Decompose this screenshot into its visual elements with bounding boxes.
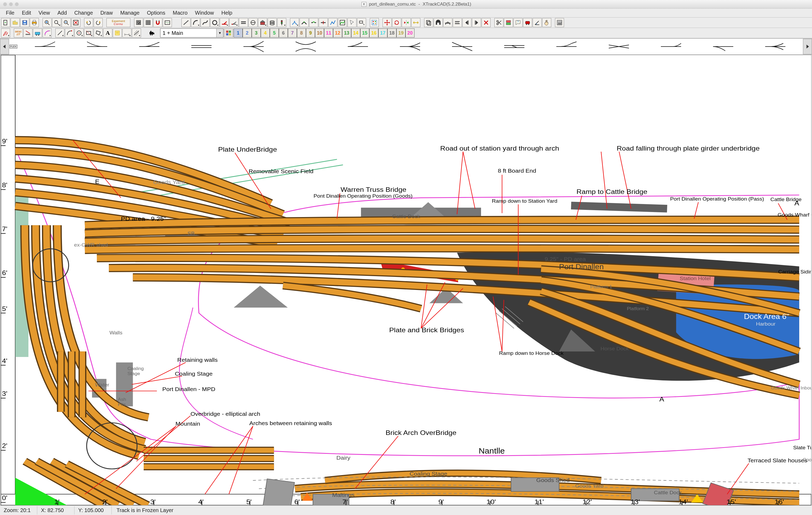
layer-button-13[interactable]: 13 — [342, 28, 351, 37]
select-all-button[interactable] — [370, 18, 379, 27]
menu-draw[interactable]: Draw — [96, 9, 117, 17]
draw-text-tool[interactable]: A — [103, 28, 112, 37]
new-file-button[interactable] — [1, 18, 10, 27]
hotbar-part-6[interactable] — [280, 40, 331, 53]
hotbar-part-15[interactable] — [750, 40, 801, 53]
background-tool[interactable] — [555, 18, 564, 27]
join-tracks-tool[interactable] — [299, 18, 309, 27]
draw-polygon-tool[interactable] — [94, 28, 103, 37]
hotbar-part-3[interactable] — [123, 40, 175, 53]
layer-button-15[interactable]: 15 — [360, 28, 369, 37]
draw-box-tool[interactable] — [84, 28, 93, 37]
flip-tool[interactable] — [402, 18, 411, 27]
hotbar-next-button[interactable] — [803, 39, 812, 54]
layer-button-17[interactable]: 17 — [378, 28, 387, 37]
snap-grid-toggle[interactable] — [134, 18, 143, 27]
draw-curve-tool[interactable] — [65, 28, 74, 37]
layer-button-16[interactable]: 16 — [369, 28, 378, 37]
modify-track-tool[interactable] — [290, 18, 299, 27]
minimize-window-dot[interactable] — [9, 2, 13, 6]
clipboard-copy[interactable] — [424, 18, 433, 27]
menu-file[interactable]: File — [2, 9, 18, 17]
layer-button-2[interactable]: 2 — [243, 28, 252, 37]
benchwork-tool[interactable] — [132, 28, 141, 37]
zoom-window-dot[interactable] — [15, 2, 19, 6]
map-toggle[interactable] — [163, 18, 172, 27]
cornu-track-tool[interactable] — [201, 18, 210, 27]
layer-button-14[interactable]: 14 — [351, 28, 360, 37]
dimension-tool[interactable] — [122, 28, 132, 37]
open-file-button[interactable] — [11, 18, 20, 27]
pan-tool[interactable] — [542, 18, 551, 27]
menu-view[interactable]: View — [35, 9, 54, 17]
menu-help[interactable]: Help — [218, 9, 236, 17]
menu-change[interactable]: Change — [70, 9, 96, 17]
hotbar-part-2[interactable] — [71, 40, 123, 53]
drawing-canvas[interactable]: 9'8'7'6'5'4'3'2'0'1'2'3'4'5'6'7'8'9'10'1… — [1, 55, 811, 506]
layer-button-20[interactable]: 20 — [405, 28, 414, 37]
layer-select-dropdown[interactable]: ▼ — [216, 29, 223, 37]
redo-button[interactable] — [94, 18, 103, 27]
helix-tool[interactable] — [268, 18, 277, 27]
profile-tool[interactable] — [338, 18, 347, 27]
menu-options[interactable]: Options — [143, 9, 169, 17]
hotbar-part-9[interactable] — [436, 40, 488, 53]
select-tool[interactable] — [347, 18, 356, 27]
elevation-tool[interactable] — [328, 18, 337, 27]
menu-macro[interactable]: Macro — [169, 9, 191, 17]
ruler-tool[interactable] — [42, 28, 52, 37]
magnet-toggle[interactable] — [153, 18, 162, 27]
flip-arrows-tool[interactable] — [411, 18, 420, 27]
delete-tool[interactable] — [482, 18, 491, 27]
save-file-button[interactable] — [20, 18, 29, 27]
layer-button-11[interactable]: 11 — [324, 28, 333, 37]
split-track-tool[interactable] — [319, 18, 328, 27]
hotbar-left-arrows[interactable] — [1, 28, 10, 37]
undo-button[interactable] — [84, 18, 93, 27]
layer-button-10[interactable]: 10 — [315, 28, 324, 37]
train-tool[interactable] — [523, 18, 532, 27]
menu-add[interactable]: Add — [54, 9, 71, 17]
hotbar-part-10[interactable] — [489, 40, 540, 53]
straight-track-tool[interactable] — [181, 18, 191, 27]
car-inventory-tool[interactable] — [33, 28, 42, 37]
describe-tool[interactable]: ? — [514, 18, 523, 27]
hotbar-part-13[interactable] — [645, 40, 697, 53]
handlaid-turnout-tool[interactable] — [229, 18, 238, 27]
layer-button-4[interactable]: 4 — [261, 28, 270, 37]
layer-select[interactable]: ▼ — [160, 28, 224, 37]
clear-cars-tool[interactable] — [23, 28, 32, 37]
move-description-tool[interactable] — [357, 18, 366, 27]
layer-button-3[interactable]: 3 — [252, 28, 261, 37]
hotbar-part-4[interactable] — [176, 40, 227, 53]
hotbar-part-12[interactable] — [593, 40, 645, 53]
note-tool[interactable] — [113, 28, 122, 37]
zoom-extents-button[interactable] — [71, 18, 80, 27]
angle-tool[interactable] — [533, 18, 542, 27]
zoom-in-button[interactable] — [42, 18, 52, 27]
layer-button-8[interactable]: 8 — [297, 28, 306, 37]
hotbar-part-7[interactable] — [332, 40, 384, 53]
circle-track-tool[interactable] — [210, 18, 219, 27]
structure-tool[interactable] — [258, 18, 267, 27]
layer-button-1[interactable]: 1 — [234, 28, 243, 37]
turntable-tool[interactable] — [249, 18, 258, 27]
hotbar-part-11[interactable] — [541, 40, 592, 53]
layer-button-6[interactable]: 6 — [279, 28, 288, 37]
hotbar-part-8[interactable] — [384, 40, 436, 53]
layer-button-12[interactable]: 12 — [333, 28, 342, 37]
hotbar-part-14[interactable] — [697, 40, 749, 53]
layer-button-5[interactable]: 5 — [270, 28, 279, 37]
show-grid-toggle[interactable] — [144, 18, 153, 27]
menu-edit[interactable]: Edit — [18, 9, 35, 17]
describe-props-tool[interactable]: DESC△▽ — [14, 28, 23, 37]
ties-toggle[interactable] — [453, 18, 462, 27]
block-signal-tool[interactable] — [277, 18, 286, 27]
layer-button-18[interactable]: 18 — [387, 28, 397, 37]
zoom-out-button[interactable] — [62, 18, 71, 27]
go-next-button[interactable] — [472, 18, 481, 27]
easement-button[interactable]: Easement Cornu — [107, 18, 130, 27]
zoom-select-button[interactable] — [52, 18, 61, 27]
tunnel-tool[interactable] — [434, 18, 443, 27]
above-below-tool[interactable] — [504, 18, 513, 27]
